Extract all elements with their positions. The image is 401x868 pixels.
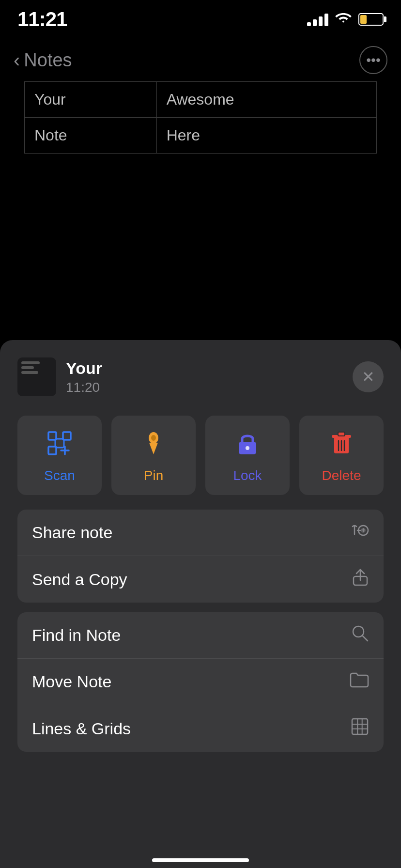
move-note-label: Move Note [32,672,111,691]
cell-note: Note [25,118,157,154]
scan-button[interactable]: Scan [17,416,102,495]
send-copy-item[interactable]: Send a Copy [17,556,384,603]
folder-icon [350,671,369,692]
signal-icon [307,13,328,26]
delete-button[interactable]: Delete [299,416,384,495]
scan-icon [46,430,73,460]
note-info: Your 11:20 [66,359,102,395]
trash-icon [330,430,353,460]
note-preview-title: Your [66,359,102,378]
share-add-icon: + [350,522,369,543]
menu-group-2: Find in Note Move Note Lines & Grids [17,612,384,752]
home-indicator [152,858,249,862]
pin-label: Pin [144,468,163,483]
lock-icon [236,430,259,460]
share-note-item[interactable]: Share note + [17,510,384,556]
status-time: 11:21 [17,8,67,31]
chevron-left-icon: ‹ [14,49,20,71]
thumb-line-1 [21,361,40,364]
lines-grids-item[interactable]: Lines & Grids [17,705,384,752]
close-button[interactable]: ✕ [353,361,384,392]
svg-text:+: + [361,526,365,534]
cell-awesome: Awesome [156,82,376,118]
note-preview-time: 11:20 [66,380,102,395]
cell-your: Your [25,82,157,118]
thumb-line-2 [21,366,34,369]
svg-rect-12 [338,432,345,436]
pin-icon [141,430,166,460]
navigation-bar: ‹ Notes ••• [0,39,401,81]
note-content-area: Your Awesome Note Here [24,81,377,154]
move-note-item[interactable]: Move Note [17,659,384,705]
more-button[interactable]: ••• [359,46,387,74]
wifi-icon [335,12,352,28]
back-button[interactable]: ‹ Notes [14,49,72,71]
find-in-note-label: Find in Note [32,626,121,645]
lock-button[interactable]: Lock [205,416,290,495]
action-buttons-row: Scan Pin Lock [0,406,401,510]
note-thumbnail [17,357,56,396]
search-icon [351,624,369,647]
share-note-label: Share note [32,523,112,542]
svg-point-9 [246,446,249,450]
pin-button[interactable]: Pin [111,416,196,495]
scan-label: Scan [44,468,75,483]
lines-grids-label: Lines & Grids [32,719,131,738]
svg-rect-0 [48,432,56,440]
send-copy-label: Send a Copy [32,570,127,589]
status-icons [307,12,384,28]
menu-group-1: Share note + Send a Copy [17,510,384,603]
status-bar: 11:21 [0,0,401,39]
grid-icon [351,717,369,740]
bottom-sheet: Your 11:20 ✕ Scan [0,340,401,868]
lock-label: Lock [233,468,262,483]
nav-back-label: Notes [24,50,72,71]
svg-rect-2 [48,447,56,454]
cell-here: Here [156,118,376,154]
table-row: Note Here [25,118,377,154]
close-icon: ✕ [362,368,375,386]
svg-rect-25 [352,719,368,734]
note-preview: Your 11:20 [17,357,102,396]
upload-icon [352,568,369,591]
thumb-line-3 [21,371,38,374]
find-in-note-item[interactable]: Find in Note [17,612,384,659]
sheet-header: Your 11:20 ✕ [0,340,401,406]
table-row: Your Awesome [25,82,377,118]
svg-point-7 [151,435,156,441]
delete-label: Delete [322,468,361,483]
note-table: Your Awesome Note Here [24,81,377,154]
battery-icon [358,13,384,26]
svg-rect-1 [63,432,71,440]
ellipsis-icon: ••• [366,52,380,68]
svg-line-24 [362,636,368,641]
